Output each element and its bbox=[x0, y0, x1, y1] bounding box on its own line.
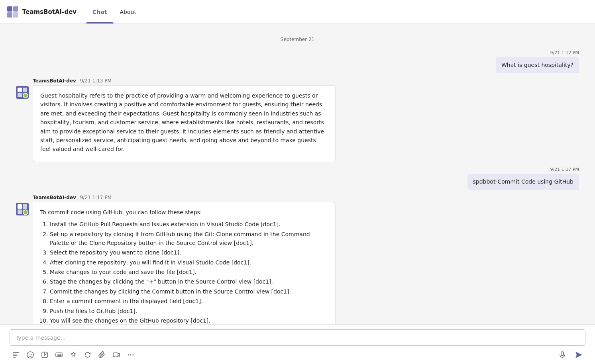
gif-button[interactable]: GIF bbox=[53, 349, 65, 360]
list-item: You will see the changes on the GitHub r… bbox=[50, 316, 328, 324]
user-message-1: 9/21 1:12 PM What is guest hospitality? bbox=[16, 50, 579, 73]
mic-icon bbox=[558, 351, 566, 359]
message-input-wrapper[interactable] bbox=[10, 329, 585, 346]
list-item: After cloning the repository, you will f… bbox=[50, 258, 328, 267]
app-logo-icon bbox=[6, 6, 19, 18]
chat-area: September 21 9/21 1:12 PM What is guest … bbox=[0, 24, 595, 324]
send-button[interactable] bbox=[572, 349, 585, 361]
gif-icon: GIF bbox=[55, 351, 63, 359]
bot-avatar-2 bbox=[16, 203, 29, 215]
list-item: Push the files to GitHub [doc1]. bbox=[50, 307, 328, 315]
input-area: GIF bbox=[0, 324, 595, 364]
attach-icon bbox=[98, 351, 106, 359]
svg-point-18 bbox=[31, 354, 32, 355]
svg-point-9 bbox=[23, 93, 28, 98]
user-timestamp-1: 9/21 1:12 PM bbox=[550, 50, 579, 55]
svg-rect-0 bbox=[7, 6, 12, 12]
user-timestamp-2: 9/21 1:17 PM bbox=[550, 167, 579, 172]
app-header: TeamsBotAI-dev Chat About bbox=[0, 0, 595, 24]
bot-content-1: TeamsBotAI-dev 9/21 1:13 PM Guest hospit… bbox=[33, 78, 336, 162]
svg-rect-3 bbox=[13, 12, 18, 18]
svg-rect-5 bbox=[18, 88, 22, 92]
svg-point-25 bbox=[133, 354, 134, 356]
message-input[interactable] bbox=[16, 335, 579, 341]
svg-rect-7 bbox=[18, 93, 22, 97]
bot-message-2: TeamsBotAI-dev 9/21 1:17 PM To commit co… bbox=[16, 195, 579, 324]
emoji-button[interactable] bbox=[24, 349, 37, 360]
more-button[interactable] bbox=[124, 349, 137, 360]
svg-rect-1 bbox=[13, 6, 18, 12]
loop-icon bbox=[84, 351, 92, 359]
attach-button[interactable] bbox=[96, 349, 108, 360]
bot-timestamp-2: 9/21 1:17 PM bbox=[80, 195, 112, 200]
app-logo-area: TeamsBotAI-dev bbox=[6, 6, 77, 18]
svg-point-24 bbox=[130, 354, 132, 356]
list-item: Install the GitHub Pull Requests and Iss… bbox=[50, 220, 328, 229]
toolbar-right bbox=[556, 349, 585, 361]
svg-point-17 bbox=[29, 354, 29, 355]
svg-point-15 bbox=[23, 210, 28, 215]
svg-point-23 bbox=[128, 354, 129, 356]
send-icon bbox=[574, 350, 583, 359]
bot-intro: To commit code using GitHub, you can fol… bbox=[40, 208, 328, 217]
svg-rect-11 bbox=[18, 204, 22, 209]
emoji-icon bbox=[26, 351, 34, 359]
meet-button[interactable] bbox=[110, 349, 123, 360]
toolbar-row: GIF bbox=[10, 349, 585, 361]
sticker-icon bbox=[41, 351, 49, 359]
bot-timestamp-1: 9/21 1:13 PM bbox=[80, 78, 112, 84]
svg-rect-13 bbox=[18, 209, 22, 214]
list-item: Enter a commit comment in the displayed … bbox=[50, 297, 328, 305]
bot-steps-list: Install the GitHub Pull Requests and Iss… bbox=[40, 220, 328, 324]
svg-rect-6 bbox=[23, 88, 27, 92]
bot-meta-2: TeamsBotAI-dev 9/21 1:17 PM bbox=[33, 195, 336, 200]
format-icon bbox=[12, 351, 20, 359]
sticker-button[interactable] bbox=[38, 349, 51, 360]
list-item: Commit the changes by clicking the Commi… bbox=[50, 287, 328, 296]
bot-name-2: TeamsBotAI-dev bbox=[33, 195, 76, 200]
nav-tabs: Chat About bbox=[86, 0, 143, 23]
list-item: Select the repository you want to clone … bbox=[50, 248, 328, 257]
svg-text:GIF: GIF bbox=[57, 354, 62, 357]
bot-bubble-1: Guest hospitality refers to the practice… bbox=[33, 85, 336, 162]
list-item: Make changes to your code and save the f… bbox=[50, 268, 328, 276]
meet-icon bbox=[112, 351, 120, 359]
bot-bubble-2: To commit code using GitHub, you can fol… bbox=[33, 202, 336, 324]
bot-avatar-1 bbox=[16, 86, 29, 99]
user-bubble-1: What is guest hospitality? bbox=[496, 57, 579, 73]
user-bubble-2: spdbbot-Commit Code using GitHub bbox=[467, 174, 579, 190]
tab-about[interactable]: About bbox=[114, 0, 143, 23]
bot-meta-1: TeamsBotAI-dev 9/21 1:13 PM bbox=[33, 78, 336, 84]
more-icon bbox=[127, 351, 135, 359]
svg-point-16 bbox=[27, 352, 33, 358]
format-button[interactable] bbox=[10, 349, 22, 360]
svg-rect-26 bbox=[561, 352, 564, 356]
list-item: Set up a repository by cloning it from G… bbox=[50, 230, 328, 248]
praise-icon bbox=[69, 351, 77, 359]
bot-content-2: TeamsBotAI-dev 9/21 1:17 PM To commit co… bbox=[33, 195, 336, 324]
loop-button[interactable] bbox=[81, 349, 94, 360]
toolbar-left: GIF bbox=[10, 349, 137, 360]
bot-name-1: TeamsBotAI-dev bbox=[33, 78, 76, 84]
mic-button[interactable] bbox=[556, 349, 569, 360]
list-item: Stage the changes by clicking the "+" bu… bbox=[50, 277, 328, 286]
user-message-2: 9/21 1:17 PM spdbbot-Commit Code using G… bbox=[16, 167, 579, 190]
date-separator: September 21 bbox=[16, 37, 579, 42]
svg-rect-22 bbox=[113, 353, 118, 357]
tab-chat[interactable]: Chat bbox=[86, 0, 113, 23]
app-title: TeamsBotAI-dev bbox=[22, 8, 77, 16]
svg-rect-12 bbox=[23, 204, 27, 209]
svg-rect-2 bbox=[7, 12, 12, 18]
praise-button[interactable] bbox=[67, 349, 80, 360]
bot-message-1: TeamsBotAI-dev 9/21 1:13 PM Guest hospit… bbox=[16, 78, 579, 162]
